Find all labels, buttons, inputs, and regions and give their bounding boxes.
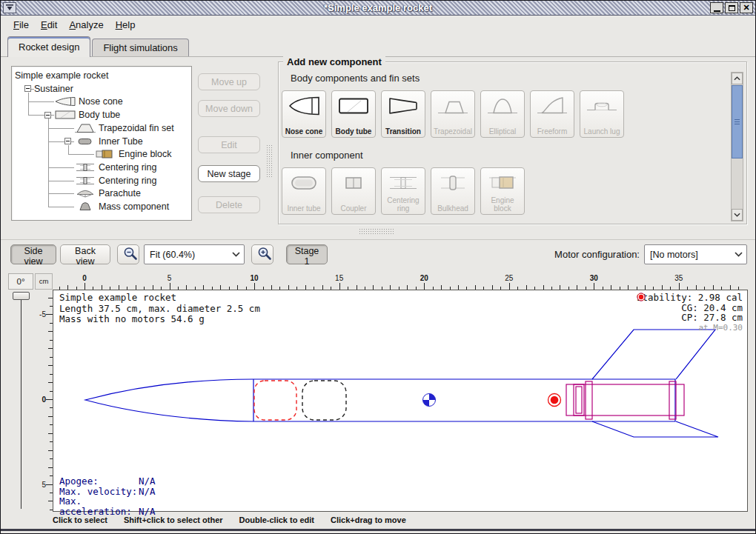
coupler-icon [337, 171, 370, 195]
ruler-tick [254, 283, 255, 290]
transition-icon [387, 94, 420, 118]
minimize-button[interactable] [710, 2, 723, 13]
cp-icon [637, 293, 646, 301]
ruler-tick [339, 283, 340, 290]
rocket-mass: Mass with no motors 54.6 g [59, 314, 260, 325]
add-launch-lug-button[interactable]: Launch lug [580, 90, 624, 138]
tree-connector [48, 128, 75, 129]
zoom-out-icon [122, 246, 139, 262]
cp-marker [548, 394, 561, 407]
status-hint: Shift+click to select other [124, 515, 223, 524]
edit-button[interactable]: Edit [198, 136, 260, 153]
zoom-select[interactable]: Fit (60.4%) [144, 244, 245, 264]
move-down-button[interactable]: Move down [198, 100, 260, 117]
tree-expander[interactable] [64, 138, 71, 144]
tree-item-centering-ring[interactable]: Centering ring [99, 161, 157, 174]
component-button-label: Bulkhead [437, 204, 468, 213]
back-view-button[interactable]: Back view [60, 244, 110, 264]
component-button-label: Nose cone [285, 127, 323, 136]
tree-connector [28, 101, 55, 102]
delete-button[interactable]: Delete [198, 196, 260, 213]
scroll-down-button[interactable] [732, 209, 743, 221]
add-engine-block-button[interactable]: Engine block [480, 167, 525, 215]
tree-item-trapezoidal-fin-set[interactable]: Trapezoidal fin set [99, 121, 174, 135]
minimize-icon [714, 10, 720, 12]
ruler-label: 25 [505, 274, 513, 282]
ruler-tick [46, 314, 53, 315]
tree-connector [68, 154, 95, 155]
elliptical-icon [486, 94, 519, 118]
zoom-in-button[interactable] [251, 244, 273, 264]
rotation-slider-track [21, 293, 21, 509]
menu-help[interactable]: Help [110, 18, 141, 32]
add-bulkhead-button[interactable]: Bulkhead [431, 167, 475, 215]
cg-marker [423, 394, 436, 407]
tree-item-inner-tube[interactable]: Inner Tube [99, 135, 143, 148]
component-button-label: Launch lug [584, 127, 620, 136]
mass-component-outline [302, 381, 346, 420]
add-inner-tube-button[interactable]: Inner tube [282, 167, 326, 215]
close-icon: ✕ [743, 3, 749, 13]
title-bar[interactable]: *Simple example rocket ✕ [1, 1, 755, 16]
rotation-slider-handle[interactable] [13, 292, 30, 300]
motor-configuration-select[interactable]: [No motors] [644, 244, 747, 264]
add-elliptical-button[interactable]: Elliptical [480, 90, 525, 138]
move-up-button[interactable]: Move up [198, 73, 260, 90]
tree-item-nose-cone[interactable]: Nose cone [79, 95, 123, 108]
stage-1-button[interactable]: Stage 1 [286, 244, 328, 264]
tree-connector [48, 181, 75, 181]
chevron-up-icon [734, 76, 740, 81]
add-trapezoidal-button[interactable]: Trapezoidal [431, 90, 475, 138]
ruler-label: 0 [42, 396, 46, 404]
tree-expander[interactable] [24, 85, 31, 92]
tab-rocket-design[interactable]: Rocket design [7, 36, 90, 57]
trapezoidal-icon [437, 94, 469, 118]
add-transition-button[interactable]: Transition [381, 90, 425, 138]
tree-item-body-tube[interactable]: Body tube [79, 108, 120, 121]
cg-value: CG: 20.4 cm [681, 303, 743, 313]
horizontal-splitter[interactable] [359, 228, 394, 234]
rocket-canvas[interactable]: Simple example rocket Length 37.5 cm, ma… [53, 290, 748, 512]
scroll-up-button[interactable] [732, 73, 743, 84]
maximize-button[interactable] [725, 2, 738, 13]
scrollbar-thumb[interactable] [732, 85, 743, 158]
max-velocity-label: Max. velocity: [59, 487, 139, 497]
zoom-out-button[interactable] [117, 244, 139, 264]
tree-item-centering-ring[interactable]: Centering ring [99, 174, 157, 187]
add-centering-ring-button[interactable]: Centering ring [381, 167, 425, 215]
add-freeform-button[interactable]: Freeform [530, 90, 574, 138]
status-hint: Click+drag to move [331, 515, 406, 524]
window-title: *Simple example rocket [1, 2, 755, 13]
menu-edit[interactable]: Edit [36, 18, 62, 32]
tree-connector [48, 141, 65, 142]
component-scrollbar[interactable] [731, 72, 743, 221]
ruler-label: 20 [420, 274, 428, 282]
ruler-tick [46, 399, 53, 400]
motor-configuration-value: [No motors] [645, 250, 730, 260]
add-body-tube-button[interactable]: Body tube [331, 90, 376, 138]
zoom-select-value: Fit (60.4%) [145, 250, 228, 260]
ruler-label: 5 [168, 274, 172, 282]
tree-item-simple-example-rocket[interactable]: Simple example rocket [15, 69, 108, 82]
menu-bar: FileEditAnalyzeHelp [1, 16, 755, 33]
centeringring-icon [387, 171, 420, 195]
stability-info: Stability: 2.98 cal CG: 20.4 cm CP: 27.8… [637, 293, 743, 333]
new-stage-button[interactable]: New stage [198, 165, 260, 182]
add-nose-cone-button[interactable]: Nose cone [282, 90, 326, 138]
menu-analyze[interactable]: Analyze [64, 18, 108, 32]
add-coupler-button[interactable]: Coupler [331, 167, 376, 215]
vertical-splitter[interactable] [266, 144, 272, 177]
menu-file[interactable]: File [8, 18, 34, 32]
close-button[interactable]: ✕ [740, 2, 753, 13]
tab-flight-simulations[interactable]: Flight simulations [92, 39, 188, 56]
tree-item-sustainer[interactable]: Sustainer [34, 82, 73, 96]
component-tree[interactable]: Simple example rocketSustainerNose coneB… [11, 66, 192, 221]
tree-expander[interactable] [44, 112, 51, 119]
tree-item-parachute[interactable]: Parachute [99, 187, 141, 200]
component-button-label: Freeform [537, 127, 568, 136]
tree-item-mass-component[interactable]: Mass component [99, 200, 169, 213]
side-view-button[interactable]: Side view [10, 244, 56, 264]
chevron-down-icon [734, 213, 740, 217]
ruler-label: 35 [674, 274, 683, 282]
tree-item-engine-block[interactable]: Engine block [119, 147, 172, 161]
